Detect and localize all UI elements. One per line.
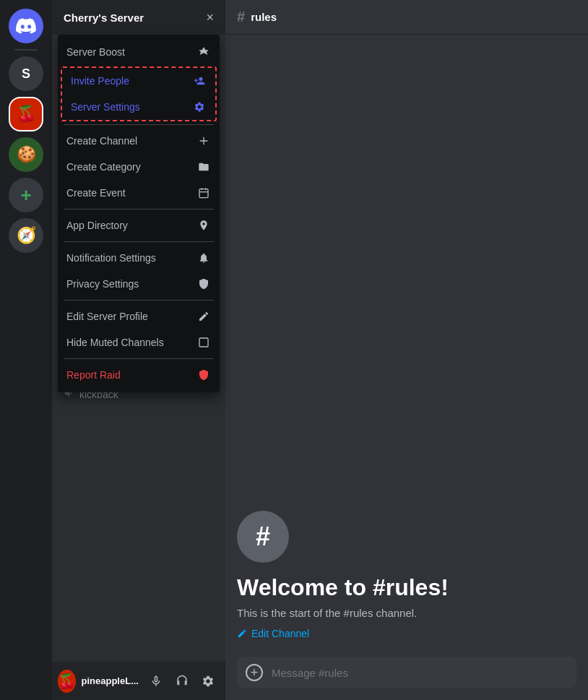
menu-divider-5 (64, 358, 214, 359)
add-label: + (20, 184, 31, 207)
main-content: # rules # Welcome to #rules! This is the… (225, 0, 588, 700)
server-boost-icon (196, 45, 211, 59)
menu-item-invite-people[interactable]: Invite People (62, 68, 215, 94)
server-dropdown-menu: Server Boost Invite People Server Settin… (58, 35, 220, 392)
server-s-label: S (22, 66, 30, 82)
report-raid-icon (196, 368, 211, 382)
chat-area: # Welcome to #rules! This is the start o… (225, 35, 588, 700)
svg-rect-4 (199, 338, 208, 347)
close-button[interactable]: × (206, 10, 214, 25)
server-s-icon[interactable]: S (9, 56, 43, 91)
server-green-icon[interactable]: 🍪 (9, 137, 43, 172)
user-controls (144, 670, 220, 693)
compass-label: 🧭 (17, 226, 36, 245)
menu-item-hide-muted-channels[interactable]: Hide Muted Channels (58, 329, 220, 355)
menu-item-server-boost[interactable]: Server Boost (58, 39, 220, 65)
welcome-title: Welcome to #rules! (237, 574, 576, 601)
menu-item-report-raid[interactable]: Report Raid (58, 362, 220, 388)
menu-item-edit-server-profile[interactable]: Edit Server Profile (58, 303, 220, 329)
server-header[interactable]: Cherry's Server × (52, 0, 225, 35)
discover-server-icon[interactable]: 🧭 (9, 218, 43, 253)
edit-server-profile-icon (196, 309, 211, 324)
svg-rect-0 (199, 189, 208, 198)
user-avatar: 🍒 (58, 670, 76, 693)
message-input[interactable]: Message #rules (272, 667, 568, 679)
server-bar: S 🍒 🍪 + 🧭 (0, 0, 52, 700)
welcome-sub: This is the start of the #rules channel. (237, 607, 576, 619)
channel-hash-icon: # (237, 9, 245, 25)
app-directory-label: App Directory (66, 220, 196, 231)
highlighted-group: Invite People Server Settings (61, 66, 217, 121)
menu-item-privacy-settings[interactable]: Privacy Settings (58, 271, 220, 297)
message-bar[interactable]: + Message #rules (237, 657, 576, 688)
create-category-icon (196, 160, 211, 174)
server-boost-label: Server Boost (66, 46, 196, 58)
menu-divider-4 (64, 300, 214, 301)
edit-pencil-icon (237, 628, 247, 639)
server-settings-icon (192, 100, 207, 114)
create-event-icon (196, 186, 211, 200)
server-title: Cherry's Server (64, 12, 206, 24)
user-avatar-emoji: 🍒 (58, 673, 76, 690)
privacy-settings-icon (196, 277, 211, 291)
welcome-section: # Welcome to #rules! This is the start o… (237, 511, 576, 639)
edit-channel-label: Edit Channel (251, 628, 309, 639)
menu-item-server-settings[interactable]: Server Settings (62, 94, 215, 120)
menu-item-create-event[interactable]: Create Event (58, 180, 220, 206)
create-category-label: Create Category (66, 161, 196, 173)
edit-channel-link[interactable]: Edit Channel (237, 628, 576, 639)
notification-settings-icon (196, 251, 211, 265)
welcome-hash-icon: # (237, 511, 289, 563)
invite-people-label: Invite People (71, 75, 192, 87)
channel-header: # rules (225, 0, 588, 35)
edit-server-profile-label: Edit Server Profile (66, 311, 196, 322)
server-cherry-icon[interactable]: 🍒 (9, 97, 43, 131)
menu-divider-3 (64, 241, 214, 242)
hide-muted-channels-icon (196, 335, 211, 350)
headphone-button[interactable] (170, 670, 194, 693)
server-divider (14, 49, 38, 51)
report-raid-label: Report Raid (66, 369, 196, 381)
privacy-settings-label: Privacy Settings (66, 278, 196, 290)
menu-item-notification-settings[interactable]: Notification Settings (58, 245, 220, 271)
message-add-button[interactable]: + (246, 664, 263, 681)
user-bar: 🍒 pineappleL... (52, 662, 225, 700)
app-directory-icon (196, 218, 211, 233)
create-channel-label: Create Channel (66, 135, 196, 147)
create-event-label: Create Event (66, 187, 196, 199)
cookie-emoji: 🍪 (17, 145, 36, 164)
invite-people-icon (192, 74, 207, 88)
user-settings-button[interactable] (196, 670, 220, 693)
menu-divider-2 (64, 209, 214, 209)
add-server-icon[interactable]: + (9, 178, 43, 212)
menu-item-create-category[interactable]: Create Category (58, 154, 220, 180)
sidebar: Cherry's Server × Server Boost Invite Pe… (52, 0, 225, 700)
menu-item-app-directory[interactable]: App Directory (58, 212, 220, 238)
notification-settings-label: Notification Settings (66, 252, 196, 264)
username: pineappleL... (82, 675, 139, 686)
hide-muted-channels-label: Hide Muted Channels (66, 337, 196, 348)
menu-item-create-channel[interactable]: Create Channel (58, 128, 220, 154)
server-settings-label: Server Settings (71, 101, 192, 113)
cherry-emoji: 🍒 (17, 105, 36, 124)
channel-name: rules (251, 11, 277, 23)
create-channel-icon (196, 134, 211, 148)
discord-icon[interactable] (9, 9, 43, 43)
menu-divider-1 (64, 124, 214, 125)
mic-button[interactable] (144, 670, 168, 693)
